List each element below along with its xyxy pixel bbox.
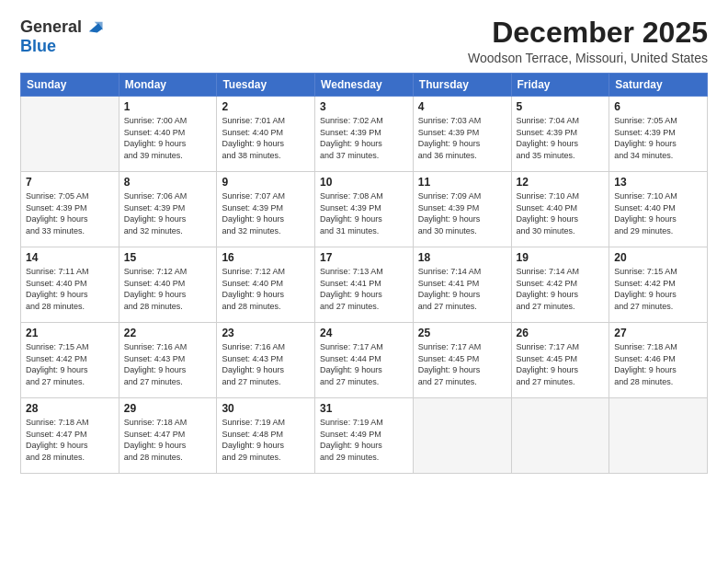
logo-text: General — [20, 17, 104, 37]
calendar-table: SundayMondayTuesdayWednesdayThursdayFrid… — [20, 73, 708, 474]
calendar-cell: 3Sunrise: 7:02 AM Sunset: 4:39 PM Daylig… — [315, 97, 414, 172]
day-number: 30 — [222, 402, 310, 415]
calendar-cell: 5Sunrise: 7:04 AM Sunset: 4:39 PM Daylig… — [511, 97, 609, 172]
calendar-cell: 1Sunrise: 7:00 AM Sunset: 4:40 PM Daylig… — [119, 97, 217, 172]
cell-info: Sunrise: 7:00 AM Sunset: 4:40 PM Dayligh… — [124, 115, 212, 161]
calendar-cell: 12Sunrise: 7:10 AM Sunset: 4:40 PM Dayli… — [511, 172, 609, 247]
calendar-cell: 9Sunrise: 7:07 AM Sunset: 4:39 PM Daylig… — [217, 172, 315, 247]
calendar-header-wednesday: Wednesday — [315, 74, 414, 97]
day-number: 25 — [418, 327, 506, 339]
day-number: 2 — [222, 100, 310, 113]
calendar-header-tuesday: Tuesday — [217, 74, 315, 97]
calendar-row-4: 28Sunrise: 7:18 AM Sunset: 4:47 PM Dayli… — [21, 398, 708, 474]
day-number: 9 — [222, 176, 310, 189]
page: General Blue December 2025 Woodson Terra… — [0, 0, 728, 563]
logo: General Blue — [20, 17, 104, 56]
calendar-row-3: 21Sunrise: 7:15 AM Sunset: 4:42 PM Dayli… — [21, 323, 708, 398]
day-number: 28 — [26, 402, 114, 415]
calendar-cell: 21Sunrise: 7:15 AM Sunset: 4:42 PM Dayli… — [21, 323, 119, 398]
cell-info: Sunrise: 7:15 AM Sunset: 4:42 PM Dayligh… — [614, 266, 702, 312]
day-number: 22 — [124, 327, 212, 339]
day-number: 17 — [320, 251, 408, 264]
day-number: 1 — [124, 100, 212, 113]
cell-info: Sunrise: 7:05 AM Sunset: 4:39 PM Dayligh… — [26, 190, 114, 236]
cell-info: Sunrise: 7:15 AM Sunset: 4:42 PM Dayligh… — [26, 341, 114, 387]
calendar-row-0: 1Sunrise: 7:00 AM Sunset: 4:40 PM Daylig… — [21, 97, 708, 172]
calendar-cell: 26Sunrise: 7:17 AM Sunset: 4:45 PM Dayli… — [511, 323, 609, 398]
calendar-cell: 31Sunrise: 7:19 AM Sunset: 4:49 PM Dayli… — [315, 398, 414, 474]
cell-info: Sunrise: 7:19 AM Sunset: 4:49 PM Dayligh… — [320, 417, 408, 463]
cell-info: Sunrise: 7:10 AM Sunset: 4:40 PM Dayligh… — [517, 190, 605, 236]
calendar-cell: 13Sunrise: 7:10 AM Sunset: 4:40 PM Dayli… — [609, 172, 708, 247]
calendar-header-sunday: Sunday — [21, 74, 119, 97]
logo-blue: Blue — [20, 37, 56, 55]
day-number: 8 — [124, 176, 212, 189]
day-number: 4 — [418, 100, 506, 113]
cell-info: Sunrise: 7:18 AM Sunset: 4:47 PM Dayligh… — [124, 417, 212, 463]
calendar-cell: 17Sunrise: 7:13 AM Sunset: 4:41 PM Dayli… — [315, 247, 414, 323]
day-number: 16 — [222, 251, 310, 264]
day-number: 10 — [320, 176, 408, 189]
calendar-header-thursday: Thursday — [413, 74, 511, 97]
cell-info: Sunrise: 7:18 AM Sunset: 4:46 PM Dayligh… — [614, 341, 702, 387]
cell-info: Sunrise: 7:18 AM Sunset: 4:47 PM Dayligh… — [26, 417, 114, 463]
calendar-cell: 19Sunrise: 7:14 AM Sunset: 4:42 PM Dayli… — [511, 247, 609, 323]
calendar-cell: 6Sunrise: 7:05 AM Sunset: 4:39 PM Daylig… — [609, 97, 708, 172]
calendar-cell: 23Sunrise: 7:16 AM Sunset: 4:43 PM Dayli… — [217, 323, 315, 398]
day-number: 20 — [614, 251, 702, 264]
day-number: 31 — [320, 402, 408, 415]
location: Woodson Terrace, Missouri, United States — [468, 51, 708, 65]
day-number: 23 — [222, 327, 310, 339]
cell-info: Sunrise: 7:12 AM Sunset: 4:40 PM Dayligh… — [222, 266, 310, 312]
cell-info: Sunrise: 7:13 AM Sunset: 4:41 PM Dayligh… — [320, 266, 408, 312]
cell-info: Sunrise: 7:10 AM Sunset: 4:40 PM Dayligh… — [614, 190, 702, 236]
cell-info: Sunrise: 7:17 AM Sunset: 4:45 PM Dayligh… — [517, 341, 605, 387]
day-number: 21 — [26, 327, 114, 339]
calendar-cell: 8Sunrise: 7:06 AM Sunset: 4:39 PM Daylig… — [119, 172, 217, 247]
logo-general: General — [20, 17, 82, 37]
calendar-cell: 29Sunrise: 7:18 AM Sunset: 4:47 PM Dayli… — [119, 398, 217, 474]
calendar-cell: 24Sunrise: 7:17 AM Sunset: 4:44 PM Dayli… — [315, 323, 414, 398]
calendar-cell — [21, 97, 119, 172]
calendar-cell — [609, 398, 708, 474]
calendar-cell: 7Sunrise: 7:05 AM Sunset: 4:39 PM Daylig… — [21, 172, 119, 247]
calendar-header-friday: Friday — [511, 74, 609, 97]
cell-info: Sunrise: 7:12 AM Sunset: 4:40 PM Dayligh… — [124, 266, 212, 312]
cell-info: Sunrise: 7:14 AM Sunset: 4:42 PM Dayligh… — [517, 266, 605, 312]
calendar-cell: 10Sunrise: 7:08 AM Sunset: 4:39 PM Dayli… — [315, 172, 414, 247]
cell-info: Sunrise: 7:04 AM Sunset: 4:39 PM Dayligh… — [517, 115, 605, 161]
cell-info: Sunrise: 7:07 AM Sunset: 4:39 PM Dayligh… — [222, 190, 310, 236]
calendar-cell: 18Sunrise: 7:14 AM Sunset: 4:41 PM Dayli… — [413, 247, 511, 323]
day-number: 11 — [418, 176, 506, 189]
day-number: 19 — [517, 251, 605, 264]
day-number: 26 — [517, 327, 605, 339]
calendar-header-row: SundayMondayTuesdayWednesdayThursdayFrid… — [21, 74, 708, 97]
calendar-cell: 30Sunrise: 7:19 AM Sunset: 4:48 PM Dayli… — [217, 398, 315, 474]
cell-info: Sunrise: 7:11 AM Sunset: 4:40 PM Dayligh… — [26, 266, 114, 312]
month-title: December 2025 — [468, 17, 708, 49]
day-number: 13 — [614, 176, 702, 189]
calendar-cell: 28Sunrise: 7:18 AM Sunset: 4:47 PM Dayli… — [21, 398, 119, 474]
calendar-cell — [413, 398, 511, 474]
day-number: 7 — [26, 176, 114, 189]
cell-info: Sunrise: 7:16 AM Sunset: 4:43 PM Dayligh… — [222, 341, 310, 387]
calendar-row-1: 7Sunrise: 7:05 AM Sunset: 4:39 PM Daylig… — [21, 172, 708, 247]
header: General Blue December 2025 Woodson Terra… — [20, 17, 708, 65]
cell-info: Sunrise: 7:14 AM Sunset: 4:41 PM Dayligh… — [418, 266, 506, 312]
calendar-cell: 4Sunrise: 7:03 AM Sunset: 4:39 PM Daylig… — [413, 97, 511, 172]
day-number: 6 — [614, 100, 702, 113]
cell-info: Sunrise: 7:01 AM Sunset: 4:40 PM Dayligh… — [222, 115, 310, 161]
cell-info: Sunrise: 7:02 AM Sunset: 4:39 PM Dayligh… — [320, 115, 408, 161]
calendar-cell: 22Sunrise: 7:16 AM Sunset: 4:43 PM Dayli… — [119, 323, 217, 398]
title-block: December 2025 Woodson Terrace, Missouri,… — [468, 17, 708, 65]
day-number: 14 — [26, 251, 114, 264]
calendar-cell: 25Sunrise: 7:17 AM Sunset: 4:45 PM Dayli… — [413, 323, 511, 398]
day-number: 27 — [614, 327, 702, 339]
cell-info: Sunrise: 7:03 AM Sunset: 4:39 PM Dayligh… — [418, 115, 506, 161]
day-number: 29 — [124, 402, 212, 415]
day-number: 12 — [517, 176, 605, 189]
cell-info: Sunrise: 7:17 AM Sunset: 4:44 PM Dayligh… — [320, 341, 408, 387]
calendar-cell: 11Sunrise: 7:09 AM Sunset: 4:39 PM Dayli… — [413, 172, 511, 247]
day-number: 15 — [124, 251, 212, 264]
day-number: 24 — [320, 327, 408, 339]
